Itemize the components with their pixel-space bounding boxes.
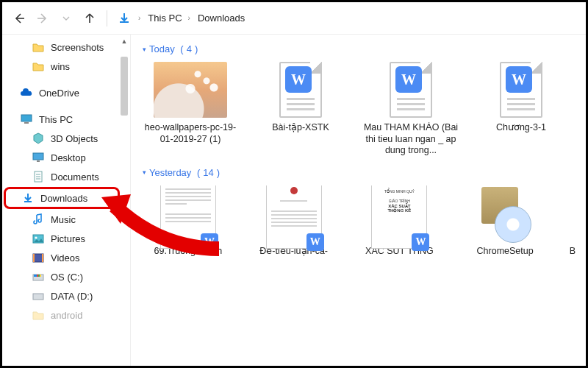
file-item[interactable]: W Đề-tiểu-luận-cá- — [248, 185, 340, 258]
wps-badge-icon: W — [201, 233, 218, 251]
explorer-window: › This PC› Downloads Screenshots wins On… — [0, 0, 588, 368]
file-item[interactable]: TỔNG MINH QUÝGIÁO TRÌNHXÁC SUẤTTHỐNG KÊ … — [354, 185, 445, 258]
music-icon — [32, 213, 45, 226]
svg-rect-8 — [33, 254, 35, 262]
document-icon: W — [264, 62, 337, 118]
pictures-icon — [32, 232, 45, 245]
documents-icon — [32, 170, 45, 183]
breadcrumb-thispc[interactable]: This PC› — [148, 13, 190, 24]
sidebar-scrollbar[interactable]: ▲ — [118, 35, 130, 366]
svg-rect-11 — [34, 275, 37, 277]
sidebar-item-documents[interactable]: Documents — [2, 167, 130, 186]
wps-badge-icon: W — [306, 233, 324, 251]
svg-rect-15 — [33, 294, 43, 300]
wps-badge-icon: W — [412, 233, 429, 251]
svg-rect-14 — [40, 275, 41, 277]
svg-point-16 — [290, 187, 298, 194]
sidebar-item-music[interactable]: Music — [2, 210, 130, 229]
svg-rect-0 — [21, 115, 32, 121]
sidebar-item-pictures[interactable]: Pictures — [2, 229, 130, 248]
forward-button[interactable] — [36, 12, 49, 25]
today-items: heo-wallpapers-pc-19-01-2019-27 (1) W Bà… — [143, 62, 580, 157]
file-item[interactable]: W 69.TruongKhanh — [143, 185, 234, 258]
document-preview: TỔNG MINH QUÝGIÁO TRÌNHXÁC SUẤTTHỐNG KÊ … — [362, 185, 436, 241]
sidebar-item-android[interactable]: android — [2, 305, 130, 325]
document-icon: W — [374, 62, 448, 118]
downloads-icon — [21, 191, 35, 205]
scroll-thumb[interactable] — [121, 57, 128, 116]
file-item[interactable]: W Mau THAM KHẢO (Bai thi tieu luan ngan … — [363, 62, 459, 157]
svg-rect-2 — [33, 153, 43, 160]
folder-icon — [32, 308, 45, 322]
sidebar-item-screenshots[interactable]: Screenshots — [2, 38, 130, 57]
file-list[interactable]: ▾ Today (4) heo-wallpapers-pc-19-01-2019… — [131, 35, 586, 366]
document-icon: W — [484, 62, 558, 118]
svg-rect-13 — [38, 275, 40, 277]
sidebar-item-wins[interactable]: wins — [2, 57, 130, 76]
collapse-icon: ▾ — [143, 169, 146, 176]
toolbar-divider — [107, 10, 107, 26]
svg-rect-3 — [37, 160, 40, 162]
disk-icon — [32, 289, 45, 302]
desktop-icon — [32, 151, 45, 164]
3d-objects-icon — [32, 132, 45, 145]
address-bar[interactable]: › This PC› Downloads — [118, 12, 245, 25]
scroll-up-icon[interactable]: ▲ — [121, 38, 128, 45]
svg-rect-9 — [42, 254, 43, 262]
sidebar-item-videos[interactable]: Videos — [2, 248, 130, 267]
sidebar-item-onedrive[interactable]: OneDrive — [2, 83, 130, 102]
chevron-right-icon: › — [138, 14, 140, 22]
collapse-icon: ▾ — [143, 46, 146, 53]
this-pc-icon — [20, 113, 33, 126]
downloads-path-icon — [118, 12, 131, 25]
breadcrumb-downloads[interactable]: Downloads — [198, 13, 245, 24]
body: Screenshots wins OneDrive This PC 3D Obj… — [2, 35, 586, 366]
document-preview: W — [151, 185, 225, 241]
svg-rect-1 — [24, 122, 29, 124]
back-button[interactable] — [12, 12, 26, 25]
yesterday-items: W 69.TruongKhanh W — [143, 185, 580, 258]
document-preview: W — [257, 185, 331, 241]
file-item[interactable]: ChromeSetup — [459, 185, 551, 258]
sidebar-item-thispc[interactable]: This PC — [2, 110, 130, 129]
sidebar-item-data-d[interactable]: DATA (D:) — [2, 286, 130, 305]
svg-rect-7 — [33, 254, 43, 262]
file-item[interactable]: B — [565, 185, 580, 258]
sidebar-item-downloads[interactable]: Downloads — [4, 187, 120, 209]
installer-icon — [468, 185, 542, 241]
group-header-today[interactable]: ▾ Today (4) — [143, 43, 580, 54]
sidebar-item-os-c[interactable]: OS (C:) — [2, 267, 130, 286]
folder-icon — [32, 40, 45, 54]
file-item[interactable]: W Chương-3-1 — [473, 62, 569, 157]
svg-point-6 — [35, 236, 37, 238]
group-header-yesterday[interactable]: ▾ Yesterday (14) — [143, 167, 580, 178]
recent-dropdown[interactable] — [60, 12, 73, 25]
navigation-pane[interactable]: Screenshots wins OneDrive This PC 3D Obj… — [2, 35, 131, 366]
sidebar-item-3dobjects[interactable]: 3D Objects — [2, 129, 130, 148]
file-item[interactable]: heo-wallpapers-pc-19-01-2019-27 (1) — [143, 62, 238, 157]
up-button[interactable] — [83, 12, 96, 25]
disk-icon — [32, 270, 45, 283]
document-preview — [565, 185, 580, 241]
folder-icon — [32, 60, 45, 73]
svg-rect-12 — [37, 275, 38, 277]
toolbar: › This PC› Downloads — [2, 2, 586, 35]
file-item[interactable]: W Bài-tập-XSTK — [253, 62, 348, 157]
videos-icon — [32, 251, 45, 264]
sidebar-item-desktop[interactable]: Desktop — [2, 148, 130, 167]
image-thumbnail — [154, 62, 227, 118]
onedrive-icon — [20, 86, 33, 99]
